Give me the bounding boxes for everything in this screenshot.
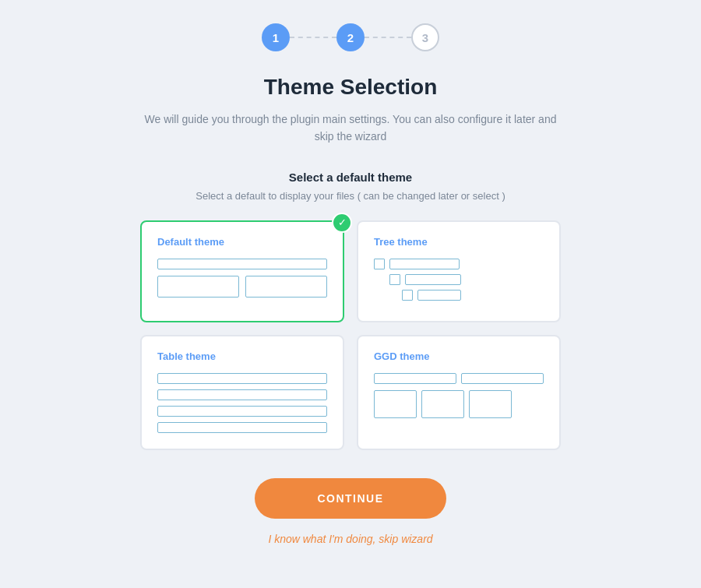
preview-bar-row	[157, 276, 327, 298]
tree-sq-3	[402, 290, 413, 301]
ggd-top-row	[374, 373, 544, 384]
theme-card-ggd[interactable]: GGD theme	[357, 335, 561, 450]
theme-preview-ggd	[374, 373, 544, 418]
skip-link[interactable]: I know what I'm doing, skip wizard	[268, 533, 432, 545]
theme-preview-default	[157, 259, 327, 298]
tree-bar-2	[405, 274, 461, 285]
theme-grid: ✓ Default theme Tree theme	[140, 220, 561, 450]
table-row-4	[157, 422, 327, 433]
theme-preview-tree	[374, 259, 544, 301]
section-subtext: Select a default to display your files (…	[196, 190, 505, 202]
theme-preview-table	[157, 373, 327, 433]
step-1: 1	[262, 23, 290, 51]
check-badge: ✓	[332, 213, 352, 233]
table-row-3	[157, 406, 327, 417]
tree-row-2	[374, 274, 544, 285]
tree-bar-3	[417, 290, 461, 301]
theme-name-default: Default theme	[157, 236, 327, 248]
tree-row-1	[374, 259, 544, 269]
main-container: 1 2 3 Theme Selection We will guide you …	[55, 23, 646, 545]
ggd-sq-1	[374, 390, 417, 418]
table-row-1	[157, 373, 327, 384]
continue-button[interactable]: CONTINUE	[255, 478, 446, 519]
section-heading: Select a default theme	[289, 171, 412, 184]
preview-bar-top	[157, 259, 327, 269]
step-line-1	[290, 37, 336, 38]
ggd-sq-3	[469, 390, 512, 418]
preview-bar-right	[245, 276, 327, 298]
theme-name-tree: Tree theme	[374, 236, 544, 248]
preview-bar-left	[157, 276, 239, 298]
tree-bar-1	[389, 259, 460, 269]
theme-card-default[interactable]: ✓ Default theme	[140, 220, 344, 322]
tree-row-3	[374, 290, 544, 301]
page-title: Theme Selection	[264, 75, 438, 100]
step-2: 2	[336, 23, 365, 51]
theme-card-table[interactable]: Table theme	[140, 335, 344, 450]
step-3: 3	[411, 23, 439, 51]
ggd-top-bar-2	[461, 373, 544, 384]
page-subtitle: We will guide you through the plugin mai…	[145, 111, 557, 146]
ggd-bottom-row	[374, 390, 544, 418]
ggd-top-bar-1	[374, 373, 456, 384]
ggd-sq-2	[421, 390, 464, 418]
tree-sq-1	[374, 259, 385, 269]
theme-card-tree[interactable]: Tree theme	[357, 220, 561, 322]
tree-sq-2	[389, 274, 400, 285]
table-row-2	[157, 389, 327, 400]
stepper: 1 2 3	[262, 23, 439, 51]
theme-name-ggd: GGD theme	[374, 350, 544, 362]
theme-name-table: Table theme	[157, 350, 327, 362]
step-line-2	[365, 37, 411, 38]
